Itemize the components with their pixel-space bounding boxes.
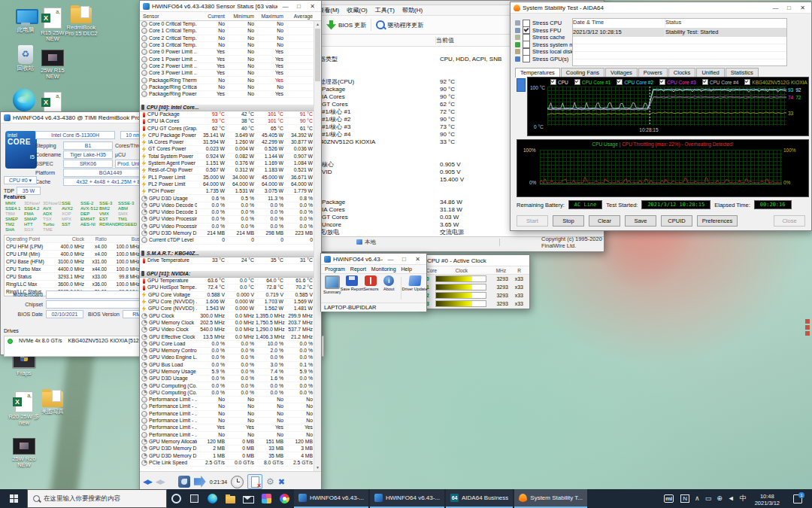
scrollbar[interactable]: ▲▼	[314, 21, 321, 471]
toolbar-button-bios[interactable]: BIOS 更新	[326, 20, 366, 30]
save-button[interactable]: Save	[625, 215, 656, 227]
sensor-row[interactable]: Core 0 Critical Temp...NoNoNo	[140, 21, 314, 28]
menu-program[interactable]: Program	[325, 266, 345, 272]
sensor-row[interactable]: GPU D3D Memory D...2 MB0 MB33 MB3 MB	[140, 446, 314, 452]
taskbar-icon-cortana[interactable]	[167, 489, 185, 508]
minimize-button[interactable]: —	[770, 3, 781, 13]
preferences-button[interactable]: Preferences	[697, 215, 738, 227]
sensor-row[interactable]: GPU Computing (Co...0.0 %0.0 %0.0 %0.0 %	[140, 382, 314, 389]
tray-ime-icon[interactable]: 中	[740, 489, 747, 508]
tool-sensors[interactable]: Sensors	[363, 275, 380, 291]
sensor-row[interactable]: GPU Core (NVVDD) ...1.606 W0.000 W1.703 …	[140, 299, 314, 306]
sensor-row[interactable]: GPU Core Voltage0.588 V0.000 V0.719 V0.5…	[140, 292, 314, 299]
cpu-select[interactable]: CPU #0 ▾	[4, 176, 37, 184]
menu-item[interactable]: 帮助(H)	[402, 6, 423, 14]
taskbar-search[interactable]: 在这里输入你要搜索的内容	[27, 489, 167, 508]
legend-checkbox[interactable]	[574, 79, 580, 85]
sensor-row[interactable]: PCH Power1.735 W1.531 W3.075 W1.779 W	[140, 188, 314, 195]
sensor-row[interactable]: Performance Limit - ...YesYesYesYes	[140, 424, 314, 431]
checkbox-stress-gpu-s-[interactable]	[523, 55, 530, 62]
taskbar-icon-photos[interactable]	[257, 489, 275, 508]
legend-checkbox[interactable]	[659, 79, 665, 85]
aida-col-value[interactable]: 当前值	[436, 36, 454, 44]
sensor-section-row[interactable]: S.M.A.R.T.: KBG40Z...	[140, 251, 314, 257]
configure-icon[interactable]	[178, 476, 190, 488]
start-button[interactable]	[0, 489, 27, 508]
logging-stop-icon[interactable]	[247, 474, 262, 489]
sensor-row[interactable]: GPU D3D Memory D...1 MB0 MB35 MB4 MB	[140, 452, 314, 459]
sensor-row[interactable]: Core 0 Power Limit ...YesNoYes	[140, 49, 314, 56]
desktop-icon-img[interactable]: 25W R20 NEW	[3, 438, 45, 468]
sensor-row[interactable]: GT Cores Power0.023 W0.004 W0.526 W0.036…	[140, 146, 314, 153]
taskbar-icon-edge2[interactable]	[203, 489, 221, 508]
sensor-row[interactable]: System Agent Power1.151 W0.376 W1.169 W1…	[140, 160, 314, 167]
gear-icon[interactable]: ⚙	[266, 476, 274, 488]
sensor-row[interactable]: CPU GT Cores (Grap...62 °C40 °C65 °C61 °…	[140, 125, 314, 132]
toolbar-button-mag[interactable]: 驱动程序更新	[376, 20, 423, 29]
sensor-row[interactable]: Drive Temperature33 °C24 °C35 °C31 °C	[140, 257, 314, 264]
sensor-row[interactable]: GPU Clock300.0 MHz0.0 MHz1,395.0 MHz299.…	[140, 312, 314, 319]
menu-report[interactable]: Report	[350, 266, 366, 272]
checkbox-stress-cache[interactable]	[523, 34, 530, 41]
maximize-button[interactable]: □	[398, 254, 410, 264]
taskbar-icon-explorer[interactable]	[221, 489, 239, 508]
taskbar-icon-taskview[interactable]	[185, 489, 203, 508]
tool-summary[interactable]: Summary	[323, 275, 341, 294]
sst-col-status[interactable]: Status	[665, 19, 786, 28]
cpuid-button[interactable]: CPUID	[661, 215, 692, 227]
sensor-titlebar[interactable]: HWiNFO64 v6.43-4380 Sensor Status [63 va…	[140, 1, 321, 12]
sensor-row[interactable]: CPU IA Cores93 °C38 °C101 °C90 °C	[140, 118, 314, 125]
scroll-thumb[interactable]	[315, 29, 320, 81]
tray-mi-icon[interactable]: mi	[664, 494, 674, 503]
sensor-row[interactable]: Rest-of-Chip Power0.567 W0.312 W1.183 W0…	[140, 167, 314, 174]
tool-save[interactable]: Save Report	[343, 275, 362, 291]
menu-item[interactable]: 收藏(O)	[347, 6, 368, 14]
tray-nn-icon[interactable]: N	[680, 494, 689, 503]
sensor-row[interactable]: GPU D3D Usage0.0 %0.0 %1.6 %0.0 %	[140, 376, 314, 382]
sensor-col-header[interactable]: Sensor	[140, 14, 197, 19]
sensor-row[interactable]: GPU HotSpot Tempe...72.4 °C0.0 °C72.8 °C…	[140, 284, 314, 291]
close-button[interactable]: ✕	[307, 2, 318, 11]
sensor-row[interactable]: Performance Limit - ...NoNoNoNo	[140, 411, 314, 418]
legend-checkbox[interactable]	[550, 79, 556, 85]
desktop-icon-folder[interactable]: RedmiBook Pro 15 DLC2	[60, 8, 102, 37]
sst-log-row[interactable]: 2021/3/12 10:28:15Stability Test: Starte…	[573, 29, 786, 37]
sensor-row[interactable]: GPU Video Clock540.0 MHz0.0 MHz1,290.0 M…	[140, 327, 314, 333]
sensor-row[interactable]: Core 3 Critical Temp...NoNoNo	[140, 42, 314, 49]
sensor-row[interactable]: GPU D3D Memory D...214 MB214 MB298 MB223…	[140, 230, 314, 237]
desktop-icon-excel[interactable]: Xa,	[32, 92, 74, 113]
sensor-col-header[interactable]: Average	[285, 14, 314, 19]
nav-arrows-icon[interactable]: ◀▶	[143, 478, 152, 485]
taskbar-icon-mail[interactable]	[239, 489, 257, 508]
sensor-row[interactable]: CPU Package Power35.141 W3.649 W45.405 W…	[140, 132, 314, 139]
sensor-row[interactable]: PCIe Link Speed2.5 GT/s0.0 GT/s8.0 GT/s2…	[140, 460, 314, 467]
clear-button[interactable]: Clear	[589, 215, 620, 227]
sensor-row[interactable]: GPU Video Processin...0.0 %0.0 %0.0 %0.0…	[140, 216, 314, 223]
checkbox-stress-local-disks[interactable]	[523, 48, 530, 56]
sensor-row[interactable]: GPU Computing (Co...0.0 %0.0 %0.0 %0.0 %	[140, 390, 314, 397]
maximize-button[interactable]: □	[293, 2, 304, 11]
menu-item[interactable]: 工具(T)	[375, 6, 395, 14]
clock-icon[interactable]	[231, 476, 244, 488]
sensor-row[interactable]: GPU Bus Load0.0 %0.0 %3.0 %0.1 %	[140, 362, 314, 369]
sensor-col-header[interactable]: Maximum	[256, 14, 285, 19]
maximize-button[interactable]: □	[783, 3, 795, 13]
sensor-section-row[interactable]: CPU [#0]: Intel Core...	[140, 105, 314, 111]
hwmain-titlebar[interactable]: HWiNFO64 v6.43-4380 — □ ✕	[321, 254, 426, 265]
clockwin-titlebar[interactable]: CPU #0 - Active Clock	[424, 255, 529, 266]
legend-checkbox[interactable]	[617, 79, 623, 85]
stop-button[interactable]: Stop	[553, 215, 584, 227]
sensor-row[interactable]: GPU Core (NVVDD) ...1.543 W0.000 W1.562 …	[140, 306, 314, 312]
sensor-row[interactable]: GPU Video Decode 0...0.0 %0.0 %0.0 %0.0 …	[140, 202, 314, 209]
taskbar-button-system-stability-t-[interactable]: System Stability T...	[514, 489, 587, 508]
tool-driver[interactable]: Driver Update	[405, 275, 424, 291]
sensor-row[interactable]: GPU Video Decode 1...0.0 %0.0 %0.0 %0.0 …	[140, 209, 314, 216]
sensor-row[interactable]: GPU Memory Allocated120 MB0 MB151 MB120 …	[140, 439, 314, 446]
checkbox-stress-system-mem[interactable]	[523, 41, 530, 48]
sensor-row[interactable]: Total System Power0.924 W0.082 W1.144 W0…	[140, 154, 314, 160]
menu-monitoring[interactable]: Monitoring	[371, 266, 396, 272]
legend-checkbox[interactable]	[702, 79, 708, 85]
tool-about[interactable]: iAbout	[380, 275, 397, 291]
taskbar-clock[interactable]: 10:48 2021/3/12	[752, 491, 783, 506]
sensor-row[interactable]: GPU Core Load0.0 %0.0 %10.0 %0.0 %	[140, 341, 314, 348]
